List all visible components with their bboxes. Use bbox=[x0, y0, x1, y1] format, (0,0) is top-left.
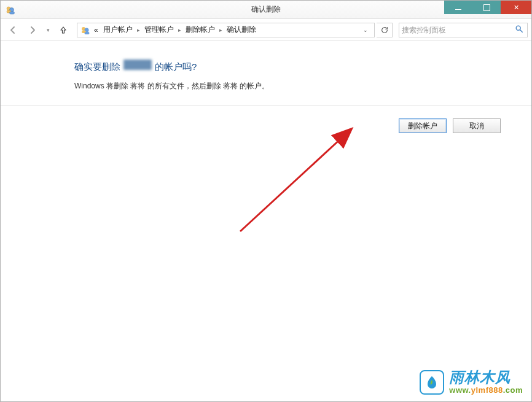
delete-account-button[interactable]: 删除帐户 bbox=[399, 118, 447, 133]
chevron-right-icon: ▸ bbox=[218, 27, 224, 33]
heading-suffix: 的帐户吗? bbox=[155, 61, 197, 73]
search-input[interactable] bbox=[402, 26, 514, 34]
redacted-username bbox=[123, 60, 152, 70]
chevron-right-icon: ▸ bbox=[136, 27, 141, 33]
watermark-url: www.ylmf888.com bbox=[449, 386, 523, 395]
body-text: Windows 将删除 蒋将 的所有文件，然后删除 蒋将 的帐户。 bbox=[74, 80, 531, 91]
svg-point-8 bbox=[516, 26, 520, 30]
minimize-button[interactable] bbox=[444, 1, 472, 14]
watermark-text: 雨林木风 www.ylmf888.com bbox=[449, 369, 523, 395]
annotation-arrow bbox=[222, 121, 381, 244]
nav-up-button[interactable] bbox=[55, 21, 72, 39]
refresh-button[interactable] bbox=[377, 23, 393, 37]
cancel-button[interactable]: 取消 bbox=[453, 118, 501, 133]
breadcrumb-item[interactable]: 删除帐户 bbox=[184, 25, 217, 35]
heading-prefix: 确实要删除 bbox=[74, 61, 120, 73]
chevron-right-icon: ▸ bbox=[177, 27, 182, 33]
svg-rect-3 bbox=[10, 12, 15, 14]
close-button[interactable] bbox=[501, 1, 531, 14]
divider bbox=[1, 105, 531, 106]
page-heading: 确实要删除 的帐户吗? bbox=[74, 60, 531, 73]
breadcrumb-item[interactable]: 用户帐户 bbox=[101, 25, 135, 35]
svg-line-10 bbox=[240, 129, 351, 231]
maximize-button[interactable] bbox=[472, 1, 501, 14]
search-box[interactable] bbox=[399, 23, 528, 37]
app-icon bbox=[6, 5, 15, 15]
breadcrumb-icon bbox=[80, 25, 91, 36]
nav-forward-button[interactable] bbox=[24, 21, 41, 39]
breadcrumb[interactable]: « 用户帐户 ▸ 管理帐户 ▸ 删除帐户 ▸ 确认删除 ⌄ bbox=[77, 23, 375, 37]
button-row: 删除帐户 取消 bbox=[399, 118, 501, 133]
watermark-name: 雨林木风 bbox=[449, 369, 523, 386]
watermark-logo-icon bbox=[420, 370, 444, 395]
svg-rect-7 bbox=[85, 32, 90, 34]
search-icon[interactable] bbox=[514, 25, 525, 35]
toolbar: ▾ « 用户帐户 ▸ 管理帐户 ▸ 删除帐户 ▸ 确认删除 ⌄ bbox=[1, 19, 531, 41]
nav-history-dropdown[interactable]: ▾ bbox=[44, 21, 52, 39]
breadcrumb-item[interactable]: 确认删除 bbox=[225, 25, 258, 35]
nav-back-button[interactable] bbox=[4, 21, 22, 39]
breadcrumb-dropdown[interactable]: ⌄ bbox=[359, 27, 372, 33]
content-area: 确实要删除 的帐户吗? Windows 将删除 蒋将 的所有文件，然后删除 蒋将… bbox=[1, 41, 531, 401]
svg-line-9 bbox=[520, 30, 523, 33]
breadcrumb-item[interactable]: 管理帐户 bbox=[143, 25, 176, 35]
watermark: 雨林木风 www.ylmf888.com bbox=[420, 369, 523, 395]
window-controls bbox=[444, 1, 531, 14]
title-bar: 确认删除 bbox=[1, 1, 531, 19]
breadcrumb-prefix: « bbox=[92, 26, 100, 34]
